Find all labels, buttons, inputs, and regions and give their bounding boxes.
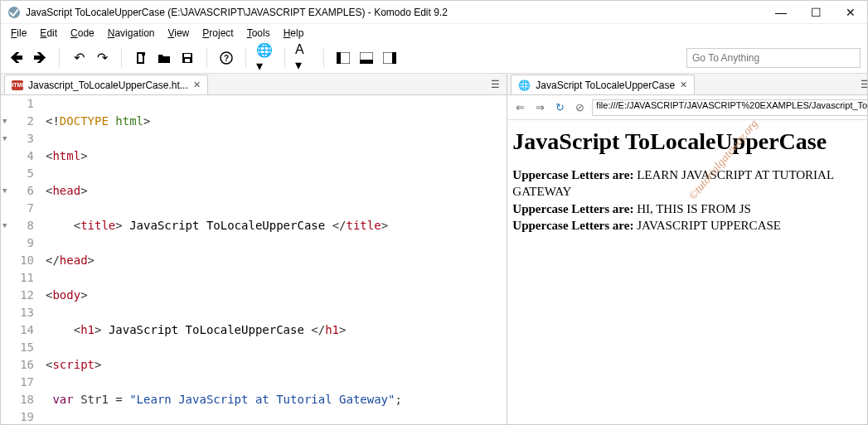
separator bbox=[245, 48, 246, 68]
panel-right-button[interactable] bbox=[381, 49, 399, 67]
preview-tabbar: 🌐 JavaScript ToLocaleUpperCase ✕ ☰ bbox=[507, 74, 867, 95]
menu-edit[interactable]: Edit bbox=[35, 26, 62, 41]
menu-code[interactable]: Code bbox=[65, 26, 99, 41]
close-icon[interactable]: ✕ bbox=[193, 80, 201, 90]
menu-help[interactable]: Help bbox=[279, 26, 309, 41]
help-button[interactable]: ? bbox=[217, 49, 235, 67]
svg-rect-14 bbox=[392, 52, 396, 64]
line-number: 9 bbox=[1, 234, 34, 252]
line-number: 1 bbox=[1, 95, 34, 113]
line-number: 12 bbox=[1, 287, 34, 304]
line-number: 4 bbox=[1, 147, 34, 165]
separator bbox=[121, 48, 122, 68]
svg-rect-12 bbox=[360, 60, 373, 64]
preview-tab-label: JavaScript ToLocaleUpperCase bbox=[536, 80, 675, 91]
open-file-button[interactable] bbox=[155, 49, 173, 67]
page-heading: JavaScript ToLocaleUpperCase bbox=[512, 128, 867, 155]
globe-icon: 🌐 bbox=[518, 80, 531, 91]
tab-list-icon[interactable]: ☰ bbox=[491, 79, 500, 90]
code-editor[interactable]: ▼ ▼ ▼ ▼ 1 2 3 4 5 6 7 8 9 10 11 12 13 14 bbox=[1, 95, 507, 424]
preview-body: ©tutorialgateway.org Tutorialgateway.org… bbox=[507, 120, 867, 424]
font-button[interactable]: A ▾ bbox=[295, 49, 313, 67]
window-title: JavaScript ToLocaleUpperCase (E:\JAVASCR… bbox=[26, 7, 771, 18]
editor-tab[interactable]: HTML Javascript_ToLocaleUpperCase.ht... … bbox=[4, 75, 208, 94]
svg-rect-5 bbox=[184, 54, 191, 57]
panel-left-button[interactable] bbox=[334, 49, 352, 67]
close-icon[interactable]: ✕ bbox=[680, 80, 687, 90]
browser-forward-icon[interactable]: ⇒ bbox=[532, 100, 547, 115]
back-button[interactable]: 🡸 bbox=[7, 49, 26, 67]
svg-text:?: ? bbox=[224, 54, 229, 63]
separator bbox=[206, 48, 207, 68]
line-number: 14 bbox=[1, 321, 34, 339]
svg-rect-3 bbox=[142, 52, 145, 56]
line-number: 17 bbox=[1, 374, 34, 391]
tab-list-icon[interactable]: ☰ bbox=[861, 79, 867, 90]
preview-pane: 🌐 JavaScript ToLocaleUpperCase ✕ ☰ ⇐ ⇒ ↻… bbox=[507, 74, 867, 424]
line-number: 19 bbox=[1, 408, 34, 424]
line-number: 15 bbox=[1, 339, 34, 356]
separator bbox=[59, 48, 60, 68]
output-line: Uppercase Letters are: HI, THIS IS FROM … bbox=[512, 200, 867, 217]
separator bbox=[284, 48, 285, 68]
forward-button[interactable]: 🡺 bbox=[31, 49, 49, 67]
separator bbox=[323, 48, 324, 68]
fold-icon[interactable]: ▼ bbox=[2, 217, 7, 234]
html-file-icon: HTML bbox=[12, 80, 23, 90]
line-number: 10 bbox=[1, 252, 34, 269]
menu-bar: File Edit Code Navigation View Project T… bbox=[1, 24, 867, 42]
browser-back-icon[interactable]: ⇐ bbox=[512, 100, 527, 115]
preview-tab[interactable]: 🌐 JavaScript ToLocaleUpperCase ✕ bbox=[511, 75, 695, 94]
main-area: HTML Javascript_ToLocaleUpperCase.ht... … bbox=[1, 74, 867, 424]
toolbar: 🡸 🡺 ↶ ↷ ? 🌐 ▾ A ▾ bbox=[1, 42, 867, 74]
editor-tab-label: Javascript_ToLocaleUpperCase.ht... bbox=[28, 80, 188, 91]
output-line: Uppercase Letters are: JAVASCRIPT UPPERC… bbox=[512, 217, 867, 234]
panel-bottom-button[interactable] bbox=[357, 49, 376, 67]
globe-button[interactable]: 🌐 ▾ bbox=[256, 49, 274, 67]
line-number: 7 bbox=[1, 200, 34, 217]
svg-rect-10 bbox=[337, 52, 341, 64]
reload-icon[interactable]: ↻ bbox=[552, 100, 567, 115]
line-number: 11 bbox=[1, 269, 34, 287]
stop-icon[interactable]: ⊘ bbox=[572, 100, 587, 115]
minimize-button[interactable]: — bbox=[771, 6, 791, 19]
redo-button[interactable]: ↷ bbox=[93, 49, 111, 67]
svg-rect-6 bbox=[185, 59, 190, 62]
output-line: Uppercase Letters are: LEARN JAVASCRIPT … bbox=[512, 167, 867, 200]
window-titlebar: JavaScript ToLocaleUpperCase (E:\JAVASCR… bbox=[1, 1, 867, 24]
line-number: 16 bbox=[1, 356, 34, 374]
fold-icon[interactable]: ▼ bbox=[2, 113, 7, 130]
editor-pane: HTML Javascript_ToLocaleUpperCase.ht... … bbox=[1, 74, 507, 424]
close-button[interactable]: ✕ bbox=[841, 6, 861, 19]
line-number: 5 bbox=[1, 165, 34, 182]
menu-view[interactable]: View bbox=[162, 26, 194, 41]
line-number: 18 bbox=[1, 391, 34, 408]
editor-tabbar: HTML Javascript_ToLocaleUpperCase.ht... … bbox=[1, 74, 507, 95]
fold-icon[interactable]: ▼ bbox=[2, 182, 7, 200]
menu-tools[interactable]: Tools bbox=[242, 26, 275, 41]
app-icon bbox=[7, 6, 21, 19]
maximize-button[interactable]: ☐ bbox=[806, 6, 826, 19]
line-number: 13 bbox=[1, 304, 34, 321]
go-to-anything[interactable] bbox=[686, 48, 861, 68]
line-number-gutter: ▼ ▼ ▼ ▼ 1 2 3 4 5 6 7 8 9 10 11 12 13 14 bbox=[1, 95, 41, 424]
new-file-button[interactable] bbox=[132, 49, 150, 67]
save-button[interactable] bbox=[178, 49, 196, 67]
url-input[interactable]: file:///E:/JAVASCRIPT/JAVASCRIPT%20EXAMP… bbox=[592, 99, 867, 116]
go-to-anything-input[interactable] bbox=[686, 48, 861, 68]
menu-navigation[interactable]: Navigation bbox=[103, 26, 160, 41]
code-area[interactable]: <!DOCTYPE html> <html> <head> <title> Ja… bbox=[41, 95, 507, 424]
menu-file[interactable]: File bbox=[6, 26, 32, 41]
browser-toolbar: ⇐ ⇒ ↻ ⊘ file:///E:/JAVASCRIPT/JAVASCRIPT… bbox=[507, 95, 867, 120]
fold-icon[interactable]: ▼ bbox=[2, 130, 7, 147]
undo-button[interactable]: ↶ bbox=[70, 49, 88, 67]
menu-project[interactable]: Project bbox=[197, 26, 238, 41]
